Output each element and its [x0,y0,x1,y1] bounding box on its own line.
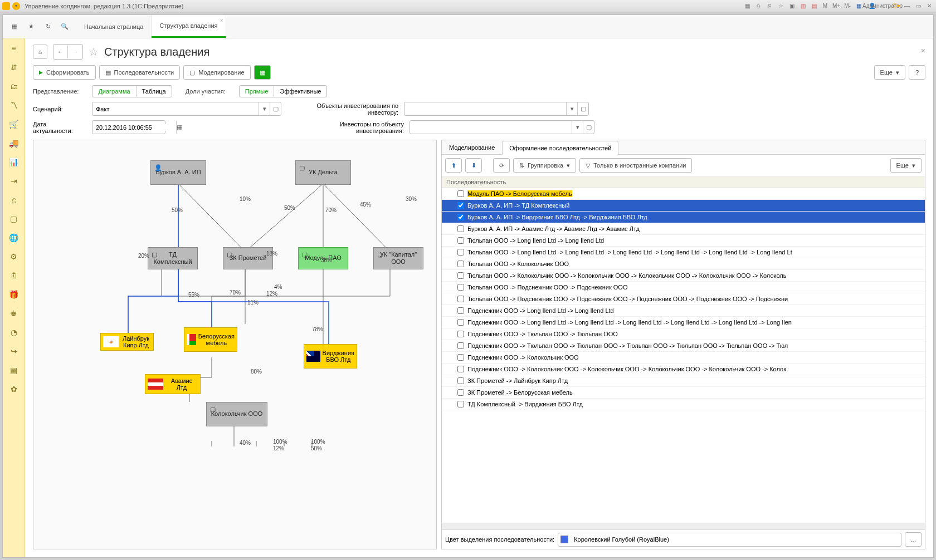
sidebar-emblem-icon[interactable]: ♚ [7,307,21,320]
sidebar-menu-icon[interactable]: ≡ [7,42,21,55]
sequence-checkbox[interactable] [457,331,464,337]
sequence-row[interactable]: Тюльпан ООО -> Long Ilend Ltd -> Long Il… [442,247,925,258]
calendar-icon[interactable]: ▦ [176,121,182,134]
memory-m-icon[interactable]: M [821,2,830,11]
sequence-checkbox[interactable] [457,214,464,220]
sequence-row[interactable]: Подснежник ООО -> Long Ilend Ltd -> Long… [442,317,925,328]
sequences-button[interactable]: ▤ Последовательности [99,65,181,80]
date-field[interactable]: ▦ [92,120,165,134]
home-button[interactable]: ⌂ [33,45,47,59]
by-object-field[interactable]: ▾ ▢ [410,120,594,134]
sequence-row[interactable]: ЗК Прометей -> Белорусская мебель [442,387,925,399]
info-icon[interactable]: ⓘ▾ [891,2,900,11]
sidebar-calendar-icon[interactable]: 🗓 [7,269,21,282]
sidebar-settings-icon[interactable]: ✿ [7,382,21,396]
favorites-star-icon[interactable]: ★ [26,22,36,32]
share-direct[interactable]: Прямые [240,86,274,97]
representation-diagram[interactable]: Диаграмма [92,86,135,97]
sequence-row[interactable]: Тюльпан ООО -> Колокольчик ООО [442,258,925,270]
node-belarus[interactable]: Белорусская мебель [184,327,237,352]
sidebar-flow-icon[interactable]: ⇥ [7,174,21,188]
sidebar-tablet-icon[interactable]: ▢ [7,212,21,225]
sidebar-chart-icon[interactable]: 〽 [7,99,21,112]
sidebar-people-icon[interactable]: ⇵ [7,61,21,74]
grouping-button[interactable]: ⇅ Группировка ▾ [513,158,576,173]
favorite-page-icon[interactable]: ☆ [89,45,99,58]
representation-toggle[interactable]: Диаграмма Таблица [92,85,172,97]
sequence-row[interactable]: Бурков А. А. ИП -> Авамис Лтд -> Авамис … [442,223,925,235]
color-field[interactable] [558,533,901,547]
tab-ownership[interactable]: Структура владения × [152,15,226,38]
scenario-field[interactable]: ▾ ▢ [92,102,281,116]
sequence-checkbox[interactable] [457,202,464,209]
form-button[interactable]: Сформировать [33,65,96,80]
sequence-checkbox[interactable] [457,190,464,197]
sidebar-globe-icon[interactable]: 🌐 [7,231,21,244]
sequence-checkbox[interactable] [457,261,464,267]
sequence-row[interactable]: Бурков А. А. ИП -> ТД Комплексный [442,200,925,212]
link-icon[interactable]: ⎘ [765,2,774,11]
color-input[interactable] [571,536,901,543]
maximize-icon[interactable]: ▭ [914,2,923,11]
tab-home[interactable]: Начальная страница [76,15,152,38]
move-up-button[interactable]: ⬆ [445,158,462,173]
sidebar-exit-icon[interactable]: ↪ [7,345,21,358]
search-icon[interactable]: 🔍 [60,22,70,32]
move-down-button[interactable]: ⬇ [465,158,482,173]
sequence-checkbox[interactable] [457,237,464,244]
sidebar-graph-icon[interactable]: ⎌ [7,193,21,207]
node-virginia[interactable]: Вирджиния БВО Лтд [304,344,357,369]
print-icon[interactable]: ⎙ [754,2,763,11]
clipboard-icon[interactable]: ▣ [787,2,796,11]
sequence-row[interactable]: Бурков А. А. ИП -> Вирджиния БВО Лтд -> … [442,212,925,223]
sequence-row[interactable]: Тюльпан ООО -> Колокольчик ООО -> Колоко… [442,270,925,282]
share-toggle[interactable]: Прямые Эффективные [239,85,328,97]
sequence-checkbox[interactable] [457,272,464,279]
sequence-checkbox[interactable] [457,249,464,256]
sequence-checkbox[interactable] [457,296,464,302]
sequence-checkbox[interactable] [457,366,464,372]
sequence-row[interactable]: ТД Комплексный -> Вирджиния БВО Лтд [442,399,925,410]
sequence-row[interactable]: Тюльпан ООО -> Подснежник ООО -> Подснеж… [442,282,925,293]
app-menu-icon[interactable]: ▾ [12,2,20,10]
sidebar-stock-icon[interactable]: 📊 [7,155,21,169]
by-object-input[interactable] [410,124,572,131]
memory-mminus-icon[interactable]: M- [843,2,852,11]
tab-close-icon[interactable]: × [220,17,223,23]
sidebar-truck-icon[interactable]: 🚚 [7,136,21,150]
sidebar-report-icon[interactable]: ▤ [7,363,21,377]
open-icon[interactable]: ▢ [583,121,594,134]
sidebar-cart-icon[interactable]: 🛒 [7,117,21,131]
sequence-row[interactable]: Подснежник ООО -> Long Ilend Ltd -> Long… [442,305,925,317]
close-window-icon[interactable]: ✕ [925,2,934,11]
sequence-row[interactable]: Тюльпан ООО -> Подснежник ООО -> Подснеж… [442,293,925,305]
history-icon[interactable]: ↻ [43,22,53,32]
sequence-checkbox[interactable] [457,225,464,232]
minimize-icon[interactable]: — [903,2,911,11]
date-input[interactable] [92,124,176,131]
node-ukkap[interactable]: ▢ УК "Капитал" ООО [373,247,423,269]
by-investor-input[interactable] [404,106,566,112]
scenario-input[interactable] [92,106,259,112]
tab-sequence-design[interactable]: Оформление последовательностей [502,141,618,155]
favorite-star-icon[interactable]: ☆ [776,2,785,11]
representation-table[interactable]: Таблица [136,86,172,97]
calc-icon[interactable]: ▥ [798,2,807,11]
page-close-icon[interactable]: × [921,46,925,55]
sequence-checkbox[interactable] [457,284,464,291]
app-grid-icon[interactable]: ▦ [854,2,863,11]
dropdown-icon[interactable]: ▾ [572,121,583,134]
color-picker-button[interactable]: … [905,532,922,547]
sequence-row[interactable]: Подснежник ООО -> Колокольчик ООО [442,352,925,363]
memory-mplus-icon[interactable]: M+ [832,2,841,11]
sequence-checkbox[interactable] [457,377,464,384]
sequence-checkbox[interactable] [457,319,464,326]
back-button[interactable]: ← [53,45,68,59]
sidebar-briefcase-icon[interactable]: 🗂 [7,80,21,93]
panel-icon[interactable]: ▦ [743,2,752,11]
sequence-checkbox[interactable] [457,389,464,396]
tab-modeling[interactable]: Моделирование [442,140,502,154]
diagram-pane[interactable]: 👤 Бурков А. А. ИП ▢ УК Дельта ▢ ТД Компл… [33,140,437,549]
sequence-checkbox[interactable] [457,401,464,407]
rp-more-button[interactable]: Еще ▾ [890,158,922,173]
